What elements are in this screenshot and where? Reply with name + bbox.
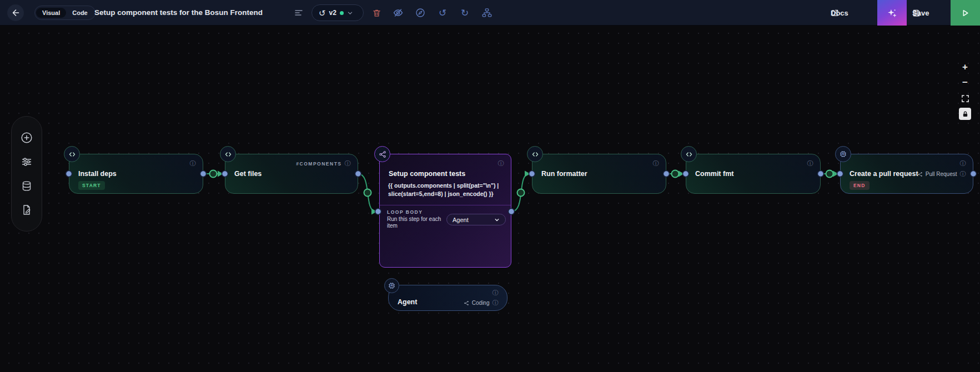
node-get-files[interactable]: #COMPONENTS Get files xyxy=(225,154,358,194)
node-create-pull-request[interactable]: AI Create a pull request Pull Request EN… xyxy=(840,154,973,194)
code-step-icon xyxy=(681,146,697,162)
save-button[interactable]: Save xyxy=(912,4,929,21)
node-title: Create a pull request xyxy=(850,170,918,178)
add-step-button[interactable] xyxy=(20,131,33,144)
node-title: Run formatter xyxy=(541,170,587,178)
loop-step-dropdown-value: Agent xyxy=(453,217,469,223)
menu-button[interactable] xyxy=(290,4,307,21)
run-button[interactable] xyxy=(951,0,980,26)
info-icon[interactable] xyxy=(960,160,967,167)
info-icon[interactable] xyxy=(498,160,505,167)
info-icon[interactable] xyxy=(345,160,351,167)
code-step-icon xyxy=(64,146,80,162)
version-status-dot xyxy=(340,11,344,15)
node-title: Install deps xyxy=(78,170,117,178)
chevron-down-icon xyxy=(494,217,500,223)
sliders-icon xyxy=(21,156,32,167)
node-setup-component-tests[interactable]: Setup component tests {{ outputs.compone… xyxy=(379,154,511,268)
back-button[interactable] xyxy=(7,4,24,21)
info-icon[interactable] xyxy=(653,160,660,167)
docs-button[interactable]: Docs xyxy=(831,4,848,21)
floppy-icon xyxy=(912,9,921,17)
node-title: Agent xyxy=(398,298,417,306)
play-icon xyxy=(961,8,970,18)
chevron-down-icon xyxy=(347,10,353,16)
notes-button[interactable] xyxy=(20,203,33,217)
tool-rail xyxy=(11,116,42,232)
ai-chip-icon: AI xyxy=(835,146,851,162)
trash-icon xyxy=(372,8,381,18)
end-badge: END xyxy=(850,181,870,190)
sparkles-icon xyxy=(887,8,897,18)
version-dropdown[interactable]: ↺ v2 xyxy=(311,4,364,21)
arrow-left-icon xyxy=(11,8,20,17)
ai-chip-icon: AI xyxy=(384,278,399,293)
node-title: Commit fmt xyxy=(695,170,733,178)
hide-button[interactable] xyxy=(390,4,406,21)
node-install-deps[interactable]: Install deps START xyxy=(69,154,203,194)
agent-skill-tag: Coding xyxy=(472,300,490,306)
sitemap-icon xyxy=(482,8,492,18)
info-icon[interactable] xyxy=(492,290,499,296)
info-icon[interactable] xyxy=(807,160,814,167)
expand-icon xyxy=(961,94,969,103)
zoom-controls: + − xyxy=(958,61,972,120)
delete-button[interactable] xyxy=(368,4,385,21)
topbar: Visual Code Setup component tests for th… xyxy=(0,0,980,26)
undo-button[interactable]: ↺ xyxy=(434,4,451,21)
code-step-icon xyxy=(220,146,236,162)
fit-view-button[interactable] xyxy=(959,92,971,104)
layout-button[interactable] xyxy=(479,4,495,21)
align-left-icon xyxy=(294,8,303,17)
explore-button[interactable] xyxy=(412,4,429,21)
loop-body-description: Run this step for each item xyxy=(387,216,444,229)
info-icon[interactable] xyxy=(492,300,499,306)
zoom-out-button[interactable]: − xyxy=(959,77,971,89)
compass-icon xyxy=(415,8,425,18)
pr-skill-tag: Pull Request xyxy=(926,171,957,177)
lock-icon xyxy=(962,110,969,118)
info-icon[interactable] xyxy=(960,171,967,178)
code-step-icon xyxy=(527,146,543,162)
plus-circle-icon xyxy=(21,132,33,144)
node-agent[interactable]: AI Agent Coding xyxy=(388,285,507,311)
loop-body-label: LOOP BODY xyxy=(387,209,423,215)
node-commit-fmt[interactable]: Commit fmt xyxy=(686,154,821,194)
output-variable-tag: #COMPONENTS xyxy=(296,161,341,167)
data-button[interactable] xyxy=(20,179,33,193)
loop-body-section: LOOP BODY Run this step for each item Ag… xyxy=(380,205,511,267)
history-icon: ↺ xyxy=(319,9,326,17)
node-title: Get files xyxy=(234,170,262,178)
share-icon xyxy=(917,172,923,177)
version-label: v2 xyxy=(329,9,336,17)
start-badge: START xyxy=(78,181,105,190)
redo-button[interactable]: ↻ xyxy=(456,4,473,21)
redo-icon: ↻ xyxy=(461,8,469,18)
workflow-title: Setup component tests for the Bosun Fron… xyxy=(94,0,263,26)
external-link-icon xyxy=(831,9,839,17)
node-run-formatter[interactable]: Run formatter xyxy=(532,154,666,194)
tab-code[interactable]: Code xyxy=(66,8,94,18)
svg-text:AI: AI xyxy=(390,284,393,287)
tab-visual[interactable]: Visual xyxy=(36,8,66,18)
eye-off-icon xyxy=(393,8,403,18)
loop-expression[interactable]: {{ outputs.components | split(pat="\n") … xyxy=(388,182,499,198)
info-icon[interactable] xyxy=(190,160,197,167)
database-icon xyxy=(21,180,32,192)
mode-toggle: Visual Code xyxy=(34,6,96,20)
undo-icon: ↺ xyxy=(439,8,446,18)
settings-button[interactable] xyxy=(20,155,33,168)
svg-text:AI: AI xyxy=(842,153,845,155)
file-edit-icon xyxy=(21,204,32,215)
loop-step-dropdown[interactable]: Agent xyxy=(446,214,506,225)
zoom-in-button[interactable]: + xyxy=(959,61,971,73)
ai-assist-button[interactable] xyxy=(877,0,907,26)
share-icon xyxy=(464,300,469,306)
lock-button[interactable] xyxy=(959,108,971,120)
loop-step-icon xyxy=(374,146,390,162)
node-title: Setup component tests xyxy=(389,170,465,178)
